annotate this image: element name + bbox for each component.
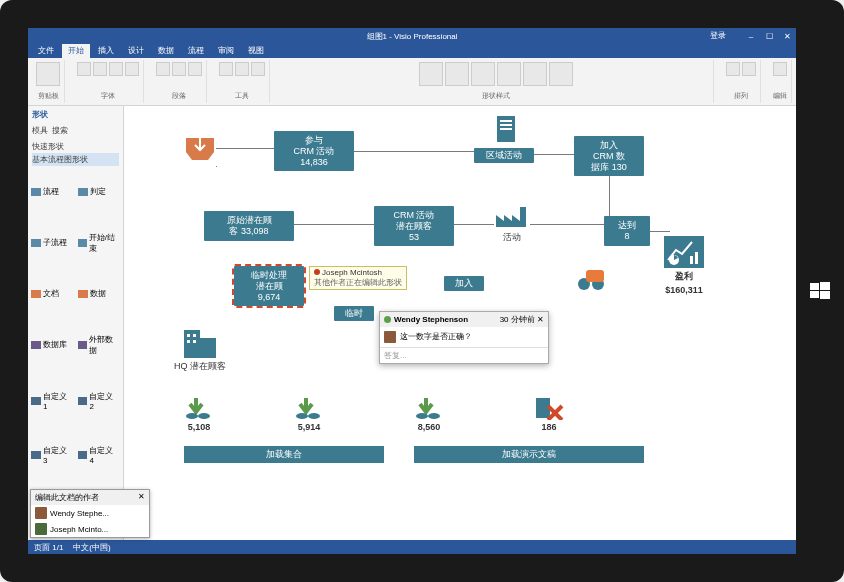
bold-button[interactable] — [109, 62, 123, 76]
window-maximize[interactable]: ☐ — [760, 28, 778, 44]
shape-swatch — [78, 341, 88, 349]
shape-item[interactable]: 流程 — [30, 170, 75, 214]
comment-reply-input[interactable]: 答复... — [380, 347, 548, 363]
coins-2[interactable]: 5,914 — [294, 396, 324, 432]
node-join-crm-db[interactable]: 加入 CRM 数 据库 130 — [574, 136, 644, 176]
coauthor-tooltip: Joseph Mcintosh 其他作者正在编辑此形状 — [309, 266, 407, 290]
shape-item[interactable]: 判定 — [77, 170, 122, 214]
font-button[interactable] — [77, 62, 91, 76]
stencil-tab[interactable]: 模具 — [32, 126, 48, 135]
style-2[interactable] — [445, 62, 469, 86]
node-reach[interactable]: 达到 8 — [604, 216, 650, 246]
chat-people-icon[interactable] — [574, 266, 608, 294]
pointer-button[interactable] — [219, 62, 233, 76]
authors-close[interactable]: ✕ — [138, 492, 145, 503]
tab-review[interactable]: 审阅 — [212, 43, 240, 58]
windows-button[interactable] — [810, 281, 830, 301]
shape-item[interactable]: 自定义 1 — [30, 374, 75, 427]
node-join[interactable]: 加入 — [444, 276, 484, 291]
author-name: Joseph Mcinto... — [50, 525, 108, 534]
shape-item[interactable]: 数据 — [77, 272, 122, 316]
inbox-icon[interactable] — [184, 136, 216, 162]
node-temp-process[interactable]: 临时处理 潜在顾 9,674 — [234, 266, 304, 306]
position-button[interactable] — [742, 62, 756, 76]
ribbon-label: 排列 — [734, 91, 748, 101]
shape-item[interactable]: 数据库 — [30, 318, 75, 373]
document-reject-icon[interactable]: 186 — [534, 396, 564, 432]
style-1[interactable] — [419, 62, 443, 86]
comment-author: Wendy Stephenson — [394, 315, 468, 324]
coins-1[interactable]: 5,108 — [184, 396, 214, 432]
connector[interactable] — [354, 151, 474, 152]
coins-3[interactable]: 8,560 — [414, 396, 444, 432]
bottom-bar-1[interactable]: 加载集合 — [184, 446, 384, 463]
paste-button[interactable] — [36, 62, 60, 86]
node-raw-leads[interactable]: 原始潜在顾 客 33,098 — [204, 211, 294, 241]
connector[interactable] — [216, 166, 217, 211]
tab-process[interactable]: 流程 — [182, 43, 210, 58]
align-center-button[interactable] — [172, 62, 186, 76]
document-icon[interactable] — [494, 114, 520, 146]
connector[interactable] — [530, 224, 604, 225]
style-5[interactable] — [523, 62, 547, 86]
connector[interactable] — [534, 154, 574, 155]
tablet-frame: 组图1 - Visio Professional 登录 – ☐ ✕ 文件 开始 … — [0, 0, 844, 582]
tab-file[interactable]: 文件 — [32, 43, 60, 58]
shape-item[interactable]: 外部数据 — [77, 318, 122, 373]
tab-insert[interactable]: 插入 — [92, 43, 120, 58]
node-region-activity[interactable]: 区域活动 — [474, 148, 534, 163]
building-icon[interactable]: HQ 潜在顾客 — [174, 326, 226, 373]
text-button[interactable] — [251, 62, 265, 76]
italic-button[interactable] — [125, 62, 139, 76]
factory-icon[interactable]: 活动 — [494, 201, 530, 244]
comment-popup[interactable]: Wendy Stephenson 30 分钟前 ✕ 这一数字是否正确？ 答复..… — [379, 311, 549, 364]
window-close[interactable]: ✕ — [778, 28, 796, 44]
comment-close[interactable]: ✕ — [537, 315, 544, 324]
shape-item[interactable]: 开始/结束 — [77, 216, 122, 271]
author-row[interactable]: Joseph Mcinto... — [31, 521, 149, 537]
align-right-button[interactable] — [188, 62, 202, 76]
connector[interactable] — [216, 148, 274, 149]
connector[interactable] — [454, 224, 494, 225]
authors-popup[interactable]: 编辑此文档的作者 ✕ Wendy Stephe... Joseph Mcinto… — [30, 489, 150, 538]
node-temp[interactable]: 临时 — [334, 306, 374, 321]
shape-item[interactable]: 自定义 3 — [30, 429, 75, 482]
statusbar: 页面 1/1 中文(中国) — [28, 540, 796, 554]
ribbon-label: 剪贴板 — [38, 91, 59, 101]
connector[interactable] — [650, 231, 670, 232]
window-minimize[interactable]: – — [742, 28, 760, 44]
shape-item[interactable]: 自定义 4 — [77, 429, 122, 482]
category-quick[interactable]: 快速形状 — [32, 140, 119, 153]
align-left-button[interactable] — [156, 62, 170, 76]
shape-item[interactable]: 子流程 — [30, 216, 75, 271]
find-button[interactable] — [773, 62, 787, 76]
app-window: 组图1 - Visio Professional 登录 – ☐ ✕ 文件 开始 … — [28, 28, 796, 554]
tab-view[interactable]: 视图 — [242, 43, 270, 58]
style-6[interactable] — [549, 62, 573, 86]
shape-swatch — [78, 188, 88, 196]
font-size-button[interactable] — [93, 62, 107, 76]
shape-item[interactable]: 文档 — [30, 272, 75, 316]
profit-chart-icon[interactable]: 盈利 $160,311 — [664, 236, 704, 295]
canvas[interactable]: 参与 CRM 活动 14,836 区域活动 加入 CRM 数 据库 130 — [124, 106, 796, 540]
author-row[interactable]: Wendy Stephe... — [31, 505, 149, 521]
ribbon-group-clipboard: 剪贴板 — [32, 60, 65, 103]
connector[interactable] — [294, 224, 374, 225]
node-crm-activity[interactable]: 参与 CRM 活动 14,836 — [274, 131, 354, 171]
tab-data[interactable]: 数据 — [152, 43, 180, 58]
account-label[interactable]: 登录 — [710, 30, 726, 41]
arrange-button[interactable] — [726, 62, 740, 76]
bottom-bar-2[interactable]: 加载演示文稿 — [414, 446, 644, 463]
workspace: 形状 模具 搜索 快速形状 基本流程图形状 流程判定子流程开始/结束文档数据数据… — [28, 106, 796, 540]
node-crm-activity-leads[interactable]: CRM 活动 潜在顾客 53 — [374, 206, 454, 246]
shape-item[interactable]: 自定义 2 — [77, 374, 122, 427]
search-tab[interactable]: 搜索 — [52, 126, 68, 135]
style-4[interactable] — [497, 62, 521, 86]
ribbon: 剪贴板 字体 段落 工具 形状样式 排列 — [28, 58, 796, 106]
connector-button[interactable] — [235, 62, 249, 76]
category-basic-flowchart[interactable]: 基本流程图形状 — [32, 153, 119, 166]
style-3[interactable] — [471, 62, 495, 86]
connector[interactable] — [609, 176, 610, 216]
tab-home[interactable]: 开始 — [62, 43, 90, 58]
tab-design[interactable]: 设计 — [122, 43, 150, 58]
